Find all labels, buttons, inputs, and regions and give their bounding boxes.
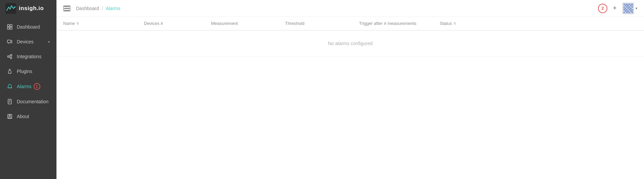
avatar-image [623, 3, 634, 14]
svg-rect-54 [623, 9, 625, 10]
svg-rect-65 [629, 10, 630, 12]
svg-rect-38 [630, 5, 632, 6]
hamburger-line [64, 8, 70, 9]
col-header-measurement: Measurement [211, 21, 285, 26]
svg-rect-42 [626, 6, 628, 8]
sort-icon-status: ⇅ [453, 22, 456, 25]
sidebar-item-label: Alarms [17, 84, 32, 89]
svg-rect-3 [10, 25, 12, 27]
logo-icon [5, 3, 16, 14]
svg-rect-73 [630, 12, 632, 13]
svg-rect-68 [623, 12, 625, 13]
svg-rect-50 [628, 8, 629, 9]
breadcrumb: Dashboard / Alarms [76, 6, 120, 11]
svg-rect-48 [625, 8, 626, 9]
svg-rect-56 [626, 9, 628, 10]
svg-point-1 [14, 6, 15, 8]
svg-point-11 [8, 56, 9, 58]
sidebar-item-label: Devices [17, 39, 34, 44]
header-actions: 2 + [598, 2, 637, 14]
main-content: Dashboard / Alarms 2 + [56, 0, 644, 179]
svg-rect-72 [629, 12, 630, 13]
breadcrumb-separator: / [102, 6, 103, 11]
alarms-badge: 1 [34, 83, 40, 90]
svg-line-15 [9, 57, 10, 58]
svg-rect-70 [626, 12, 628, 13]
svg-rect-6 [7, 40, 11, 43]
svg-rect-51 [629, 8, 630, 9]
sort-icon-name: ⇅ [76, 22, 79, 25]
content-area: Name ⇅ Devices # Measurement Threshold T… [56, 17, 644, 179]
col-header-threshold: Threshold [285, 21, 359, 26]
avatar-dropdown[interactable]: ▾ [622, 2, 637, 14]
devices-icon [7, 39, 13, 45]
svg-rect-64 [628, 10, 629, 12]
svg-rect-39 [632, 5, 633, 6]
avatar[interactable] [622, 2, 634, 14]
empty-message: No alarms configured [328, 41, 372, 46]
sidebar-item-label: Dashboard [17, 24, 40, 30]
sidebar-item-documentation[interactable]: Documentation [0, 94, 56, 109]
svg-rect-35 [626, 5, 628, 6]
svg-rect-45 [630, 6, 632, 8]
sidebar-item-dashboard[interactable]: Dashboard [0, 20, 56, 34]
svg-rect-40 [623, 6, 625, 8]
sidebar-item-plugins[interactable]: Plugins [0, 64, 56, 79]
sidebar-nav: Dashboard Devices ▾ [0, 17, 56, 179]
svg-rect-26 [623, 4, 625, 5]
hamburger-button[interactable] [63, 5, 71, 11]
col-header-status[interactable]: Status ⇅ [440, 21, 637, 26]
alarms-icon [7, 83, 13, 90]
svg-rect-27 [625, 4, 626, 5]
svg-rect-34 [625, 5, 626, 6]
sidebar-item-label: About [17, 114, 29, 119]
add-button[interactable]: + [610, 4, 619, 13]
hamburger-line [64, 6, 70, 7]
col-header-name[interactable]: Name ⇅ [63, 21, 144, 26]
svg-rect-67 [632, 10, 633, 12]
plugins-icon [7, 68, 13, 74]
notification-badge[interactable]: 2 [598, 4, 607, 13]
col-header-devices: Devices # [144, 21, 211, 26]
svg-rect-46 [632, 6, 633, 8]
svg-point-9 [11, 40, 12, 41]
svg-rect-37 [629, 5, 630, 6]
svg-point-10 [11, 43, 12, 43]
svg-rect-36 [628, 5, 629, 6]
svg-rect-66 [630, 10, 632, 12]
logo[interactable]: insigh.io [0, 0, 56, 17]
svg-rect-57 [628, 9, 629, 10]
hamburger-line [64, 10, 70, 11]
svg-rect-52 [630, 8, 632, 9]
svg-rect-62 [625, 10, 626, 12]
svg-rect-71 [628, 12, 629, 13]
svg-point-12 [10, 55, 12, 56]
sidebar-item-label: Integrations [17, 54, 41, 59]
integrations-icon [7, 53, 13, 60]
svg-rect-30 [629, 4, 630, 5]
sidebar-item-devices[interactable]: Devices ▾ [0, 34, 56, 49]
sidebar-item-about[interactable]: About [0, 109, 56, 124]
svg-rect-43 [628, 6, 629, 8]
svg-rect-69 [625, 12, 626, 13]
svg-rect-4 [7, 27, 9, 29]
svg-rect-60 [632, 9, 633, 10]
svg-rect-41 [625, 6, 626, 8]
svg-rect-58 [629, 9, 630, 10]
breadcrumb-parent[interactable]: Dashboard [76, 6, 99, 11]
svg-rect-2 [7, 25, 9, 27]
sidebar-item-integrations[interactable]: Integrations [0, 49, 56, 64]
empty-state: No alarms configured [56, 31, 644, 57]
svg-rect-47 [623, 8, 625, 9]
avatar-chevron-icon: ▾ [636, 6, 637, 10]
svg-rect-33 [623, 5, 625, 6]
svg-rect-55 [625, 9, 626, 10]
svg-rect-5 [10, 27, 12, 29]
documentation-icon [7, 99, 13, 105]
alarms-table: Name ⇅ Devices # Measurement Threshold T… [56, 17, 644, 57]
dashboard-icon [7, 24, 13, 30]
svg-rect-29 [628, 4, 629, 5]
sidebar-item-alarms[interactable]: Alarms 1 [0, 79, 56, 94]
svg-rect-0 [5, 3, 16, 14]
table-header-row: Name ⇅ Devices # Measurement Threshold T… [56, 17, 644, 31]
